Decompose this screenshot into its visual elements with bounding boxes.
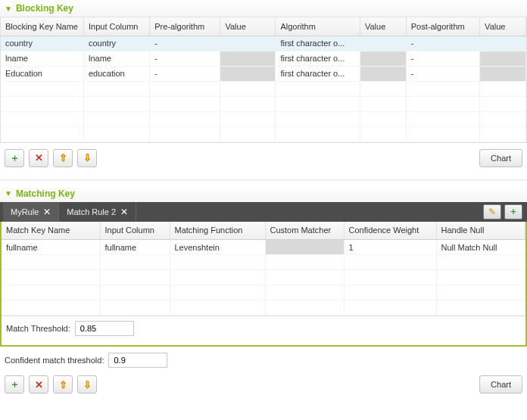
add-button[interactable]: ＋ (5, 375, 24, 394)
tab-myrule[interactable]: MyRule ✕ (3, 202, 59, 222)
chart-button[interactable]: Chart (479, 149, 522, 167)
blocking-header-row: Blocking Key Name Input Column Pre-algor… (1, 17, 526, 36)
col-header[interactable]: Match Key Name (2, 222, 100, 240)
cell[interactable]: first character o... (276, 51, 360, 66)
plus-icon: ＋ (10, 151, 20, 165)
cell[interactable] (360, 36, 406, 51)
caret-down-icon: ▼ (5, 5, 12, 13)
cell[interactable]: - (406, 66, 479, 81)
table-row-empty (1, 96, 526, 111)
cell[interactable]: education (83, 66, 149, 81)
separator (0, 179, 527, 181)
cell[interactable] (360, 51, 406, 66)
col-header[interactable]: Algorithm (276, 17, 360, 36)
cell[interactable] (220, 66, 276, 81)
cell[interactable]: lname (83, 51, 149, 66)
blocking-section-header[interactable]: ▼ Blocking Key (0, 0, 527, 17)
confident-threshold-input[interactable] (108, 353, 167, 368)
col-header[interactable]: Custom Matcher (265, 222, 344, 240)
table-row-empty (2, 285, 525, 300)
col-header[interactable]: Input Column (100, 222, 170, 240)
cell[interactable]: fullname (100, 240, 170, 255)
table-row[interactable]: fullnamefullnameLevenshtein1Null Match N… (2, 240, 525, 255)
arrow-down-icon: ⇩ (83, 152, 92, 163)
blocking-title: Blocking Key (16, 3, 73, 14)
tab-label: Match Rule 2 (67, 207, 116, 216)
cell[interactable]: fullname (2, 240, 100, 255)
arrow-down-icon: ⇩ (83, 379, 92, 390)
move-up-button[interactable]: ⇧ (53, 375, 73, 394)
matching-section-header[interactable]: ▼ Matching Key (0, 185, 527, 202)
cell[interactable]: - (150, 51, 220, 66)
cell[interactable]: - (150, 66, 220, 81)
match-threshold-label: Match Threshold: (6, 324, 70, 333)
rule-panel: Match Key Name Input Column Matching Fun… (0, 222, 527, 347)
delete-button[interactable]: ✕ (29, 149, 48, 167)
x-icon: ✕ (35, 379, 43, 390)
rule-tabbar: MyRule ✕ Match Rule 2 ✕ ✎ ＋ (0, 202, 527, 222)
cell[interactable] (220, 51, 276, 66)
cell[interactable] (265, 240, 344, 255)
move-down-button[interactable]: ⇩ (77, 149, 97, 167)
tab-matchrule2[interactable]: Match Rule 2 ✕ (59, 202, 136, 222)
table-row[interactable]: countrycountry-first character o...- (1, 36, 526, 51)
confident-threshold-label: Confident match threshold: (5, 356, 104, 365)
cell[interactable]: Levenshtein (170, 240, 265, 255)
cell[interactable]: lname (1, 51, 83, 66)
add-button[interactable]: ＋ (5, 149, 24, 167)
cell[interactable]: 1 (344, 240, 436, 255)
cell[interactable]: first character o... (276, 36, 360, 51)
cell[interactable] (480, 66, 526, 81)
caret-down-icon: ▼ (5, 189, 12, 198)
col-header[interactable]: Value (220, 17, 276, 36)
col-header[interactable]: Blocking Key Name (1, 17, 83, 36)
delete-button[interactable]: ✕ (29, 375, 48, 394)
arrow-up-icon: ⇧ (59, 152, 67, 163)
blocking-toolbar: ＋ ✕ ⇧ ⇩ Chart (0, 143, 527, 173)
cell[interactable] (480, 36, 526, 51)
add-rule-button[interactable]: ＋ (504, 204, 522, 219)
match-threshold-row: Match Threshold: (2, 316, 525, 341)
matching-toolbar: ＋ ✕ ⇧ ⇩ Chart (0, 369, 527, 400)
table-row-empty (1, 81, 526, 96)
col-header[interactable]: Handle Null (436, 222, 525, 240)
matching-header-row: Match Key Name Input Column Matching Fun… (2, 222, 525, 240)
cell[interactable]: country (83, 36, 149, 51)
cell[interactable]: - (150, 36, 220, 51)
matching-title: Matching Key (16, 188, 75, 199)
table-row-empty (1, 126, 526, 142)
cell[interactable] (480, 51, 526, 66)
cell[interactable]: - (406, 36, 479, 51)
table-row[interactable]: Educationeducation-first character o...- (1, 66, 526, 81)
confident-threshold-row: Confident match threshold: (0, 347, 527, 369)
col-header[interactable]: Matching Function (170, 222, 265, 240)
close-icon[interactable]: ✕ (120, 207, 128, 217)
tab-label: MyRule (11, 207, 39, 216)
col-header[interactable]: Input Column (83, 17, 149, 36)
col-header[interactable]: Value (480, 17, 526, 36)
close-icon[interactable]: ✕ (43, 207, 51, 217)
move-down-button[interactable]: ⇩ (77, 375, 97, 394)
plus-icon: ＋ (509, 205, 518, 218)
col-header[interactable]: Confidence Weight (344, 222, 436, 240)
cell[interactable] (220, 36, 276, 51)
cell[interactable]: country (1, 36, 83, 51)
col-header[interactable]: Post-algorithm (406, 17, 479, 36)
blocking-table: Blocking Key Name Input Column Pre-algor… (0, 17, 527, 143)
edit-rule-button[interactable]: ✎ (483, 204, 501, 219)
col-header[interactable]: Pre-algorithm (150, 17, 220, 36)
cell[interactable]: Education (1, 66, 83, 81)
pencil-icon: ✎ (488, 207, 496, 217)
table-row[interactable]: lnamelname-first character o...- (1, 51, 526, 66)
cell[interactable]: Null Match Null (436, 240, 525, 255)
col-header[interactable]: Value (360, 17, 406, 36)
match-threshold-input[interactable] (75, 321, 134, 336)
cell[interactable]: - (406, 51, 479, 66)
table-row-empty (2, 255, 525, 270)
cell[interactable]: first character o... (276, 66, 360, 81)
plus-icon: ＋ (10, 378, 20, 391)
table-row-empty (2, 300, 525, 316)
chart-button[interactable]: Chart (479, 375, 522, 394)
move-up-button[interactable]: ⇧ (53, 149, 73, 167)
cell[interactable] (360, 66, 406, 81)
